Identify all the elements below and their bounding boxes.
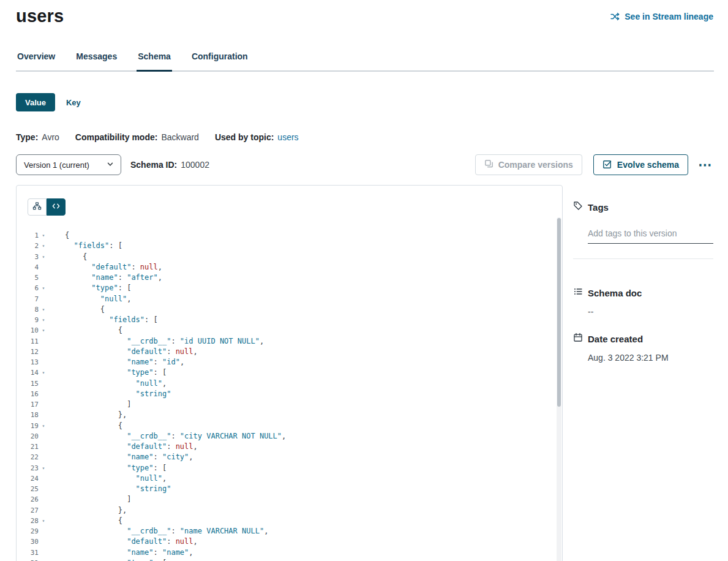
code-line: 18 }, <box>17 410 562 420</box>
evolve-schema-label: Evolve schema <box>617 160 679 170</box>
line-content: "name": "id", <box>48 357 184 367</box>
code-line: 21 "default": null, <box>17 442 562 452</box>
page: users See in Stream lineage OverviewMess… <box>0 0 728 561</box>
version-select[interactable]: Version 1 (current) <box>16 154 121 175</box>
add-tags-input[interactable] <box>588 226 713 244</box>
tab-schema[interactable]: Schema <box>137 51 172 70</box>
date-created-value: Aug. 3 2022 3:21 PM <box>588 353 713 363</box>
code-line: 10▾ { <box>17 325 562 336</box>
line-content: "name": "city", <box>48 452 193 462</box>
line-number: 25 <box>17 484 39 494</box>
line-content: { <box>48 421 122 431</box>
fold-toggle-icon[interactable]: ▾ <box>39 252 48 262</box>
tags-title: Tags <box>588 202 609 213</box>
topic-label: Used by topic: <box>215 132 274 142</box>
code-view-button[interactable] <box>47 198 66 216</box>
type-value: Avro <box>42 132 59 142</box>
line-number: 19 <box>17 421 39 431</box>
line-content: "type": [ <box>48 283 131 293</box>
line-content: "name": "name", <box>48 548 193 558</box>
code-line: 28▾ { <box>17 516 562 526</box>
tags-section: Tags <box>573 201 713 259</box>
fold-toggle-icon[interactable]: ▾ <box>39 325 48 336</box>
fold-toggle-icon[interactable]: ▾ <box>39 283 48 293</box>
code-line: 16 "string" <box>17 389 562 399</box>
header: users See in Stream lineage <box>0 0 728 26</box>
tab-messages[interactable]: Messages <box>75 51 118 70</box>
line-content: ] <box>48 399 131 410</box>
schema-meta-row: Type: Avro Compatibility mode: Backward … <box>16 132 728 142</box>
line-number: 22 <box>17 452 39 462</box>
stream-lineage-label: See in Stream lineage <box>625 12 713 21</box>
fold-toggle-icon[interactable]: ▾ <box>39 421 48 431</box>
date-created-section: Date created Aug. 3 2022 3:21 PM <box>573 333 713 363</box>
schema-doc-header: Schema doc <box>573 287 713 299</box>
line-content: { <box>48 325 122 336</box>
editor-scrollbar[interactable] <box>557 217 561 561</box>
line-number: 10 <box>17 325 39 336</box>
code-line: 31 "name": "name", <box>17 548 562 558</box>
line-content: "type": [ <box>48 558 167 561</box>
line-content: "__crdb__": "city VARCHAR NOT NULL", <box>48 431 286 442</box>
editor-view-toggle <box>28 198 66 216</box>
fold-toggle-icon[interactable]: ▾ <box>39 516 48 526</box>
code-line: 11 "__crdb__": "id UUID NOT NULL", <box>17 336 562 347</box>
schema-doc-icon <box>573 287 583 299</box>
line-number: 11 <box>17 336 39 347</box>
sidebar-divider <box>573 258 713 259</box>
compare-versions-button[interactable]: Compare versions <box>475 154 582 175</box>
line-number: 26 <box>17 494 39 505</box>
fold-toggle-icon[interactable]: ▾ <box>39 367 48 378</box>
line-content: ] <box>48 494 131 505</box>
fold-toggle-icon[interactable]: ▾ <box>39 558 48 561</box>
compatibility-label: Compatibility mode: <box>75 132 158 142</box>
schema-doc-section: Schema doc -- <box>573 287 713 317</box>
code-line: 20 "__crdb__": "city VARCHAR NOT NULL", <box>17 431 562 442</box>
compare-versions-icon <box>484 159 493 170</box>
code-line: 26 ] <box>17 494 562 505</box>
stream-lineage-link[interactable]: See in Stream lineage <box>610 12 713 21</box>
line-number: 32 <box>17 558 39 561</box>
code-line: 24 "null", <box>17 473 562 484</box>
fold-toggle-icon[interactable]: ▾ <box>39 241 48 251</box>
key-toggle-button[interactable]: Key <box>55 93 92 111</box>
line-number: 12 <box>17 347 39 357</box>
topic-link[interactable]: users <box>277 132 298 142</box>
line-content: { <box>48 252 87 262</box>
line-number: 6 <box>17 283 39 293</box>
line-content: { <box>48 230 69 241</box>
line-content: "default": null, <box>48 262 162 273</box>
code-line: 5 "name": "after", <box>17 273 562 283</box>
fold-toggle-icon[interactable]: ▾ <box>39 304 48 315</box>
line-content: "null", <box>48 378 167 389</box>
fold-toggle-icon[interactable]: ▾ <box>39 463 48 473</box>
tree-view-button[interactable] <box>28 198 47 216</box>
code-line: 3▾ { <box>17 252 562 262</box>
tab-configuration[interactable]: Configuration <box>190 51 249 70</box>
line-number: 29 <box>17 526 39 537</box>
evolve-schema-button[interactable]: Evolve schema <box>593 154 688 175</box>
code-line: 14▾ "type": [ <box>17 367 562 378</box>
line-number: 21 <box>17 442 39 452</box>
tab-overview[interactable]: Overview <box>16 51 56 70</box>
line-number: 30 <box>17 537 39 547</box>
line-content: "string" <box>48 484 171 494</box>
line-number: 18 <box>17 410 39 420</box>
schema-code-editor[interactable]: 1▾{2▾ "fields": [3▾ {4 "default": null,5… <box>17 230 562 561</box>
fold-toggle-icon[interactable]: ▾ <box>39 230 48 241</box>
value-toggle-button[interactable]: Value <box>16 93 55 111</box>
line-number: 2 <box>17 241 39 251</box>
code-line: 7 "null", <box>17 294 562 304</box>
topic-meta: Used by topic: users <box>215 132 299 142</box>
line-number: 17 <box>17 399 39 410</box>
compare-versions-label: Compare versions <box>498 160 573 170</box>
tags-header: Tags <box>573 201 713 213</box>
line-number: 24 <box>17 473 39 484</box>
type-meta: Type: Avro <box>16 132 59 142</box>
fold-toggle-icon[interactable]: ▾ <box>39 315 48 325</box>
line-number: 31 <box>17 548 39 558</box>
editor-scrollbar-thumb[interactable] <box>557 218 561 407</box>
content-area: 1▾{2▾ "fields": [3▾ {4 "default": null,5… <box>16 185 728 561</box>
evolve-schema-icon <box>602 159 612 171</box>
line-content: "null", <box>48 294 131 304</box>
